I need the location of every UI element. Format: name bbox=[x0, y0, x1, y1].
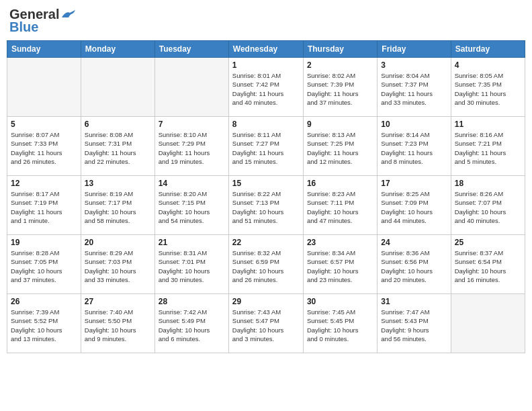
calendar-week-1: 1Sunrise: 8:01 AM Sunset: 7:42 PM Daylig… bbox=[7, 58, 525, 117]
logo-bird-icon bbox=[60, 9, 75, 20]
calendar-cell bbox=[7, 58, 81, 117]
page: General Blue SundayMondayTuesdayWednesda… bbox=[0, 0, 532, 411]
calendar-header-saturday: Saturday bbox=[451, 41, 525, 58]
day-info: Sunrise: 8:36 AM Sunset: 6:56 PM Dayligh… bbox=[381, 248, 447, 284]
day-number: 17 bbox=[381, 179, 447, 188]
day-info: Sunrise: 8:05 AM Sunset: 7:35 PM Dayligh… bbox=[455, 71, 521, 107]
day-info: Sunrise: 8:23 AM Sunset: 7:11 PM Dayligh… bbox=[307, 189, 373, 225]
calendar-cell: 15Sunrise: 8:22 AM Sunset: 7:13 PM Dayli… bbox=[228, 176, 303, 235]
day-number: 21 bbox=[159, 238, 225, 247]
calendar-cell: 18Sunrise: 8:26 AM Sunset: 7:07 PM Dayli… bbox=[451, 176, 525, 235]
calendar-cell: 28Sunrise: 7:42 AM Sunset: 5:49 PM Dayli… bbox=[154, 294, 228, 353]
calendar-cell: 27Sunrise: 7:40 AM Sunset: 5:50 PM Dayli… bbox=[81, 294, 154, 353]
calendar-cell: 16Sunrise: 8:23 AM Sunset: 7:11 PM Dayli… bbox=[303, 176, 377, 235]
calendar-cell: 6Sunrise: 8:08 AM Sunset: 7:31 PM Daylig… bbox=[81, 117, 154, 176]
day-number: 8 bbox=[232, 120, 300, 129]
calendar-cell: 20Sunrise: 8:29 AM Sunset: 7:03 PM Dayli… bbox=[81, 235, 154, 294]
day-info: Sunrise: 7:43 AM Sunset: 5:47 PM Dayligh… bbox=[232, 308, 300, 343]
day-info: Sunrise: 8:20 AM Sunset: 7:15 PM Dayligh… bbox=[159, 189, 225, 225]
calendar-week-3: 12Sunrise: 8:17 AM Sunset: 7:19 PM Dayli… bbox=[7, 176, 525, 235]
calendar-cell: 19Sunrise: 8:28 AM Sunset: 7:05 PM Dayli… bbox=[7, 235, 81, 294]
calendar-cell bbox=[81, 58, 154, 117]
day-number: 31 bbox=[381, 297, 447, 306]
day-info: Sunrise: 8:26 AM Sunset: 7:07 PM Dayligh… bbox=[455, 189, 521, 225]
day-number: 26 bbox=[11, 297, 77, 306]
calendar-cell: 10Sunrise: 8:14 AM Sunset: 7:23 PM Dayli… bbox=[378, 117, 451, 176]
calendar-cell: 11Sunrise: 8:16 AM Sunset: 7:21 PM Dayli… bbox=[451, 117, 525, 176]
calendar-header-wednesday: Wednesday bbox=[228, 41, 303, 58]
logo: General Blue bbox=[9, 7, 75, 35]
day-info: Sunrise: 7:39 AM Sunset: 5:52 PM Dayligh… bbox=[11, 308, 77, 343]
day-number: 11 bbox=[455, 120, 521, 129]
day-number: 30 bbox=[307, 297, 373, 306]
calendar-cell: 7Sunrise: 8:10 AM Sunset: 7:29 PM Daylig… bbox=[154, 117, 228, 176]
day-number: 5 bbox=[11, 120, 77, 129]
calendar-cell: 22Sunrise: 8:32 AM Sunset: 6:59 PM Dayli… bbox=[228, 235, 303, 294]
day-number: 28 bbox=[159, 297, 225, 306]
day-number: 19 bbox=[11, 238, 77, 247]
calendar-cell: 13Sunrise: 8:19 AM Sunset: 7:17 PM Dayli… bbox=[81, 176, 154, 235]
calendar-cell: 25Sunrise: 8:37 AM Sunset: 6:54 PM Dayli… bbox=[451, 235, 525, 294]
day-number: 6 bbox=[85, 120, 151, 129]
calendar-header-sunday: Sunday bbox=[7, 41, 81, 58]
day-number: 18 bbox=[455, 179, 521, 188]
calendar-header-monday: Monday bbox=[81, 41, 154, 58]
day-info: Sunrise: 8:19 AM Sunset: 7:17 PM Dayligh… bbox=[85, 189, 151, 225]
day-info: Sunrise: 8:01 AM Sunset: 7:42 PM Dayligh… bbox=[232, 71, 300, 107]
day-number: 23 bbox=[307, 238, 373, 247]
calendar-header-thursday: Thursday bbox=[303, 41, 377, 58]
day-number: 14 bbox=[159, 179, 225, 188]
calendar-cell: 1Sunrise: 8:01 AM Sunset: 7:42 PM Daylig… bbox=[228, 58, 303, 117]
day-number: 9 bbox=[307, 120, 373, 129]
day-number: 12 bbox=[11, 179, 77, 188]
calendar-cell: 4Sunrise: 8:05 AM Sunset: 7:35 PM Daylig… bbox=[451, 58, 525, 117]
day-number: 10 bbox=[381, 120, 447, 129]
calendar-cell bbox=[154, 58, 228, 117]
calendar-week-2: 5Sunrise: 8:07 AM Sunset: 7:33 PM Daylig… bbox=[7, 117, 525, 176]
day-number: 3 bbox=[381, 60, 447, 70]
day-info: Sunrise: 7:47 AM Sunset: 5:43 PM Dayligh… bbox=[381, 308, 447, 343]
day-number: 13 bbox=[85, 179, 151, 188]
header: General Blue bbox=[7, 7, 525, 35]
day-number: 2 bbox=[307, 60, 373, 70]
calendar-header-friday: Friday bbox=[378, 41, 451, 58]
calendar-cell: 5Sunrise: 8:07 AM Sunset: 7:33 PM Daylig… bbox=[7, 117, 81, 176]
calendar-cell: 24Sunrise: 8:36 AM Sunset: 6:56 PM Dayli… bbox=[378, 235, 451, 294]
calendar-cell: 31Sunrise: 7:47 AM Sunset: 5:43 PM Dayli… bbox=[378, 294, 451, 353]
day-info: Sunrise: 8:13 AM Sunset: 7:25 PM Dayligh… bbox=[307, 130, 373, 166]
day-info: Sunrise: 8:31 AM Sunset: 7:01 PM Dayligh… bbox=[159, 248, 225, 284]
day-info: Sunrise: 8:16 AM Sunset: 7:21 PM Dayligh… bbox=[455, 130, 521, 166]
calendar-cell: 14Sunrise: 8:20 AM Sunset: 7:15 PM Dayli… bbox=[154, 176, 228, 235]
calendar: SundayMondayTuesdayWednesdayThursdayFrid… bbox=[7, 40, 525, 353]
day-info: Sunrise: 8:14 AM Sunset: 7:23 PM Dayligh… bbox=[381, 130, 447, 166]
day-info: Sunrise: 8:37 AM Sunset: 6:54 PM Dayligh… bbox=[455, 248, 521, 284]
day-info: Sunrise: 8:25 AM Sunset: 7:09 PM Dayligh… bbox=[381, 189, 447, 225]
calendar-cell: 29Sunrise: 7:43 AM Sunset: 5:47 PM Dayli… bbox=[228, 294, 303, 353]
calendar-cell: 3Sunrise: 8:04 AM Sunset: 7:37 PM Daylig… bbox=[378, 58, 451, 117]
day-info: Sunrise: 8:08 AM Sunset: 7:31 PM Dayligh… bbox=[85, 130, 151, 166]
calendar-cell: 9Sunrise: 8:13 AM Sunset: 7:25 PM Daylig… bbox=[303, 117, 377, 176]
day-info: Sunrise: 8:29 AM Sunset: 7:03 PM Dayligh… bbox=[85, 248, 151, 284]
day-info: Sunrise: 8:02 AM Sunset: 7:39 PM Dayligh… bbox=[307, 71, 373, 107]
day-info: Sunrise: 7:40 AM Sunset: 5:50 PM Dayligh… bbox=[85, 308, 151, 343]
calendar-header-row: SundayMondayTuesdayWednesdayThursdayFrid… bbox=[7, 41, 525, 58]
day-number: 15 bbox=[232, 179, 300, 188]
day-info: Sunrise: 8:17 AM Sunset: 7:19 PM Dayligh… bbox=[11, 189, 77, 225]
day-number: 24 bbox=[381, 238, 447, 247]
calendar-cell: 12Sunrise: 8:17 AM Sunset: 7:19 PM Dayli… bbox=[7, 176, 81, 235]
day-number: 20 bbox=[85, 238, 151, 247]
day-info: Sunrise: 8:10 AM Sunset: 7:29 PM Dayligh… bbox=[159, 130, 225, 166]
day-number: 22 bbox=[232, 238, 300, 247]
day-number: 29 bbox=[232, 297, 300, 306]
day-number: 4 bbox=[455, 60, 521, 70]
day-number: 1 bbox=[232, 60, 300, 70]
calendar-cell: 2Sunrise: 8:02 AM Sunset: 7:39 PM Daylig… bbox=[303, 58, 377, 117]
day-number: 25 bbox=[455, 238, 521, 247]
day-info: Sunrise: 7:42 AM Sunset: 5:49 PM Dayligh… bbox=[159, 308, 225, 343]
calendar-header-tuesday: Tuesday bbox=[154, 41, 228, 58]
day-number: 7 bbox=[159, 120, 225, 129]
calendar-cell: 17Sunrise: 8:25 AM Sunset: 7:09 PM Dayli… bbox=[378, 176, 451, 235]
calendar-cell: 26Sunrise: 7:39 AM Sunset: 5:52 PM Dayli… bbox=[7, 294, 81, 353]
calendar-cell: 23Sunrise: 8:34 AM Sunset: 6:57 PM Dayli… bbox=[303, 235, 377, 294]
calendar-cell bbox=[451, 294, 525, 353]
